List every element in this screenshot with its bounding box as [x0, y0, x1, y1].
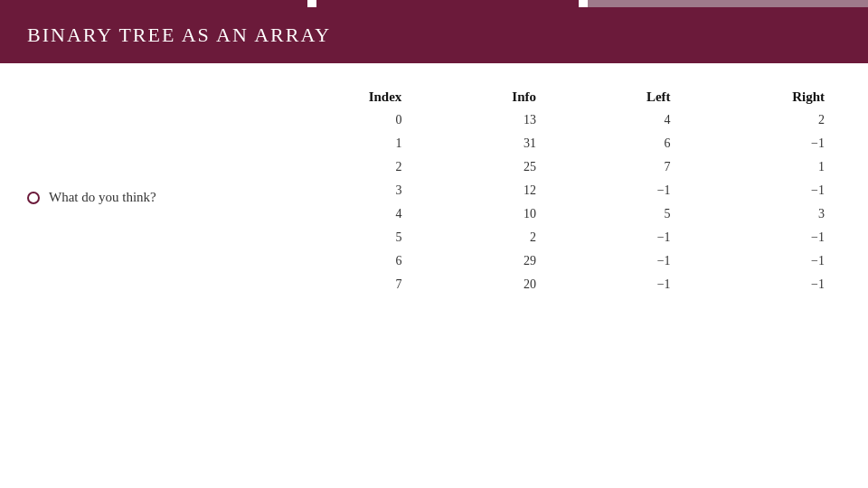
cell-5-2: −1: [552, 226, 687, 249]
cell-5-3: −1: [687, 226, 841, 249]
table-row: 629−1−1: [262, 249, 841, 273]
table-row: 720−1−1: [262, 273, 841, 296]
cell-4-2: 5: [552, 202, 687, 226]
top-bar-gap-1: [307, 0, 316, 7]
table-header-row: Index Info Left Right: [262, 86, 841, 108]
data-table: Index Info Left Right 013421316−12257131…: [262, 86, 841, 296]
cell-1-0: 1: [262, 132, 418, 155]
cell-0-2: 4: [552, 108, 687, 132]
table-row: 1316−1: [262, 132, 841, 155]
cell-3-1: 12: [418, 179, 552, 202]
cell-7-0: 7: [262, 273, 418, 296]
cell-2-1: 25: [418, 155, 552, 179]
cell-0-3: 2: [687, 108, 841, 132]
list-item: What do you think?: [27, 190, 262, 205]
cell-6-3: −1: [687, 249, 841, 273]
col-header-left: Left: [552, 86, 687, 108]
cell-3-3: −1: [687, 179, 841, 202]
table-row: 312−1−1: [262, 179, 841, 202]
cell-1-1: 31: [418, 132, 552, 155]
right-panel: Index Info Left Right 013421316−12257131…: [262, 81, 841, 463]
cell-7-3: −1: [687, 273, 841, 296]
table-row: 22571: [262, 155, 841, 179]
cell-5-1: 2: [418, 226, 552, 249]
cell-4-1: 10: [418, 202, 552, 226]
cell-2-0: 2: [262, 155, 418, 179]
slide-title: BINARY TREE AS AN ARRAY: [27, 23, 841, 47]
col-header-right: Right: [687, 86, 841, 108]
cell-3-2: −1: [552, 179, 687, 202]
cell-4-3: 3: [687, 202, 841, 226]
content-area: What do you think? Index Info Left Right…: [0, 63, 868, 481]
table-row: 52−1−1: [262, 226, 841, 249]
top-bar-gap-2: [579, 0, 588, 7]
cell-5-0: 5: [262, 226, 418, 249]
left-panel: What do you think?: [27, 81, 262, 463]
cell-6-1: 29: [418, 249, 552, 273]
cell-0-1: 13: [418, 108, 552, 132]
cell-0-0: 0: [262, 108, 418, 132]
cell-1-3: −1: [687, 132, 841, 155]
cell-6-0: 6: [262, 249, 418, 273]
top-bar-3: [588, 0, 868, 7]
cell-7-1: 20: [418, 273, 552, 296]
cell-4-0: 4: [262, 202, 418, 226]
cell-2-2: 7: [552, 155, 687, 179]
cell-1-2: 6: [552, 132, 687, 155]
col-header-index: Index: [262, 86, 418, 108]
table-row: 01342: [262, 108, 841, 132]
cell-6-2: −1: [552, 249, 687, 273]
top-bar-2: [316, 0, 579, 7]
bullet-text: What do you think?: [49, 190, 156, 205]
cell-7-2: −1: [552, 273, 687, 296]
col-header-info: Info: [418, 86, 552, 108]
cell-3-0: 3: [262, 179, 418, 202]
table-row: 41053: [262, 202, 841, 226]
top-bars: [0, 0, 868, 7]
slide-header: BINARY TREE AS AN ARRAY: [0, 7, 868, 63]
cell-2-3: 1: [687, 155, 841, 179]
top-bar-1: [0, 0, 307, 7]
bullet-icon: [27, 192, 40, 204]
